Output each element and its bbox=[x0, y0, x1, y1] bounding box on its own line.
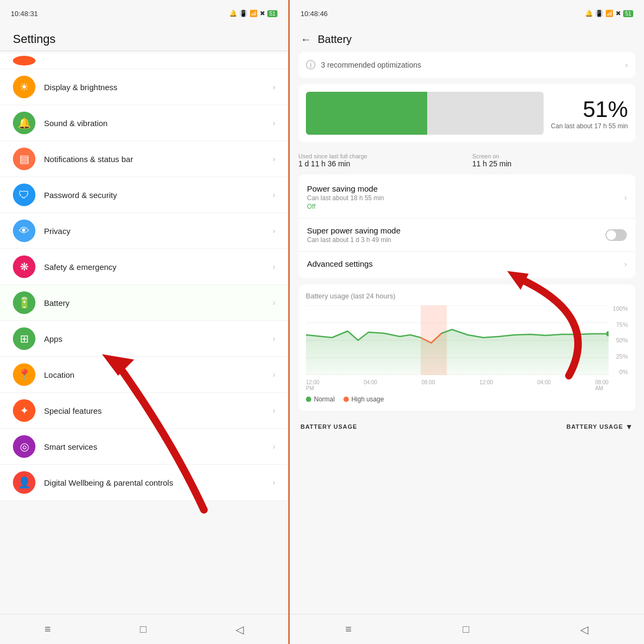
right-panel: 10:48:46 🔔 📳 📶 ✖ 51 ← Battery ⓘ 3 recomm… bbox=[290, 0, 644, 644]
settings-item-notifications[interactable]: ▤ Notifications & status bar › bbox=[0, 141, 288, 177]
left-time: 10:48:31 bbox=[11, 10, 38, 18]
password-chevron: › bbox=[273, 191, 275, 199]
chart-area: 100% 75% 50% 25% 0% bbox=[306, 305, 628, 375]
settings-title: Settings bbox=[13, 32, 275, 46]
super-power-title: Super power saving mode bbox=[307, 226, 627, 235]
settings-item-smart[interactable]: ◎ Smart services › bbox=[0, 429, 288, 465]
left-nav-bar: ≡ □ ◁ bbox=[0, 614, 288, 644]
notifications-chevron: › bbox=[273, 155, 275, 163]
right-status-bar: 10:48:46 🔔 📳 📶 ✖ 51 bbox=[290, 0, 644, 27]
gauge-percent: 51% bbox=[551, 97, 628, 122]
special-chevron: › bbox=[273, 406, 275, 415]
privacy-icon: 👁 bbox=[13, 219, 35, 242]
wellbeing-label: Digital Wellbeing & parental controls bbox=[44, 478, 273, 487]
gauge-info: 51% Can last about 17 h 55 min bbox=[551, 97, 628, 130]
chart-y-labels: 100% 75% 50% 25% 0% bbox=[611, 305, 628, 375]
display-label: Display & brightness bbox=[44, 83, 273, 92]
notifications-label: Notifications & status bar bbox=[44, 155, 273, 164]
power-saving-sub: Can last about 18 h 55 min bbox=[307, 194, 627, 202]
settings-item-sound[interactable]: 🔔 Sound & vibration › bbox=[0, 105, 288, 141]
settings-item-special[interactable]: ✦ Special features › bbox=[0, 393, 288, 429]
legend-normal-label: Normal bbox=[314, 396, 335, 403]
smart-chevron: › bbox=[273, 442, 275, 451]
legend-high-label: High usage bbox=[352, 396, 384, 403]
battery-usage-right-label: BATTERY USAGE ▼ bbox=[566, 422, 633, 431]
legend-high: High usage bbox=[343, 396, 384, 403]
sound-label: Sound & vibration bbox=[44, 119, 273, 128]
battery-label: Battery bbox=[44, 298, 273, 308]
settings-item-display[interactable]: ☀ Display & brightness › bbox=[0, 69, 288, 105]
privacy-label: Privacy bbox=[44, 226, 273, 236]
right-nav-menu[interactable]: ≡ bbox=[346, 623, 352, 635]
right-nav-home[interactable]: □ bbox=[463, 623, 469, 635]
special-label: Special features bbox=[44, 406, 273, 415]
power-saving-chevron: › bbox=[624, 193, 627, 202]
settings-list: ☀ Display & brightness › 🔔 Sound & vibra… bbox=[0, 69, 288, 614]
battery-usage-left-label: BATTERY USAGE bbox=[301, 423, 357, 430]
settings-item-safety[interactable]: ❋ Safety & emergency › bbox=[0, 249, 288, 285]
smart-icon: ◎ bbox=[13, 435, 35, 458]
display-chevron: › bbox=[273, 83, 275, 91]
display-icon: ☀ bbox=[13, 76, 35, 98]
back-button[interactable]: ← bbox=[301, 33, 311, 46]
chart-legend: Normal High usage bbox=[306, 396, 628, 403]
settings-item-password[interactable]: 🛡 Password & security › bbox=[0, 177, 288, 213]
wellbeing-icon: 👤 bbox=[13, 471, 35, 494]
power-saving-title: Power saving mode bbox=[307, 184, 627, 193]
opt-info-icon: ⓘ bbox=[306, 58, 316, 71]
left-nav-menu[interactable]: ≡ bbox=[45, 623, 51, 635]
settings-item-location[interactable]: 📍 Location › bbox=[0, 357, 288, 393]
location-icon: 📍 bbox=[13, 363, 35, 386]
opt-chevron: › bbox=[625, 61, 628, 69]
battery-content: ⓘ 3 recommended optimizations › 51% Can … bbox=[290, 52, 644, 614]
right-time: 10:48:46 bbox=[301, 10, 328, 18]
chart-canvas bbox=[306, 305, 609, 375]
notifications-icon: ▤ bbox=[13, 148, 35, 170]
settings-item-apps[interactable]: ⊞ Apps › bbox=[0, 321, 288, 357]
password-icon: 🛡 bbox=[13, 184, 35, 206]
settings-item-wellbeing[interactable]: 👤 Digital Wellbeing & parental controls … bbox=[0, 465, 288, 501]
battery-stats: Used since last full charge 1 d 11 h 36 … bbox=[298, 149, 635, 172]
power-saving-status: Off bbox=[307, 203, 627, 210]
stat-used: Used since last full charge 1 d 11 h 36 … bbox=[298, 153, 462, 168]
super-power-row[interactable]: Super power saving mode Can last about 1… bbox=[298, 218, 635, 252]
opt-text: 3 recommended optimizations bbox=[321, 61, 625, 69]
special-icon: ✦ bbox=[13, 399, 35, 422]
location-label: Location bbox=[44, 370, 273, 379]
password-label: Password & security bbox=[44, 191, 273, 200]
safety-icon: ❋ bbox=[13, 255, 35, 278]
advanced-title: Advanced settings bbox=[307, 259, 627, 268]
settings-item-privacy[interactable]: 👁 Privacy › bbox=[0, 213, 288, 249]
left-status-bar: 10:48:31 🔔 📳 📶 ✖ 51 bbox=[0, 0, 288, 27]
legend-normal: Normal bbox=[306, 396, 335, 403]
partial-item bbox=[0, 53, 288, 69]
settings-item-battery[interactable]: 🔋 Battery › bbox=[0, 285, 288, 321]
apps-label: Apps bbox=[44, 334, 273, 343]
apps-chevron: › bbox=[273, 334, 275, 343]
settings-header: Settings bbox=[0, 27, 288, 50]
chart-section: Battery usage (last 24 hours) bbox=[298, 284, 635, 411]
battery-icon: 🔋 bbox=[13, 291, 35, 314]
super-power-toggle[interactable] bbox=[605, 229, 627, 241]
left-nav-home[interactable]: □ bbox=[140, 623, 147, 635]
left-panel: 10:48:31 🔔 📳 📶 ✖ 51 Settings ☀ Display &… bbox=[0, 0, 290, 644]
right-nav-back[interactable]: ◁ bbox=[580, 623, 588, 636]
battery-header: ← Battery bbox=[290, 27, 644, 52]
toggle-knob bbox=[606, 230, 616, 240]
advanced-row[interactable]: Advanced settings › bbox=[298, 252, 635, 276]
right-status-icons: 🔔 📳 📶 ✖ 51 bbox=[585, 10, 633, 17]
sound-chevron: › bbox=[273, 119, 275, 127]
dropdown-icon[interactable]: ▼ bbox=[625, 422, 633, 431]
gauge-fill bbox=[306, 92, 427, 135]
power-saving-row[interactable]: Power saving mode Can last about 18 h 55… bbox=[298, 177, 635, 218]
apps-icon: ⊞ bbox=[13, 327, 35, 350]
stat-screen-label: Screen on bbox=[472, 153, 635, 159]
wellbeing-chevron: › bbox=[273, 478, 275, 487]
left-nav-back[interactable]: ◁ bbox=[236, 623, 244, 636]
battery-gauge: 51% Can last about 17 h 55 min bbox=[298, 84, 635, 142]
left-status-icons: 🔔 📳 📶 ✖ 51 bbox=[229, 10, 277, 17]
stat-used-label: Used since last full charge bbox=[298, 153, 462, 159]
battery-usage-footer: BATTERY USAGE BATTERY USAGE ▼ bbox=[298, 417, 635, 433]
gauge-time: Can last about 17 h 55 min bbox=[551, 122, 628, 130]
optimization-row[interactable]: ⓘ 3 recommended optimizations › bbox=[298, 52, 635, 78]
